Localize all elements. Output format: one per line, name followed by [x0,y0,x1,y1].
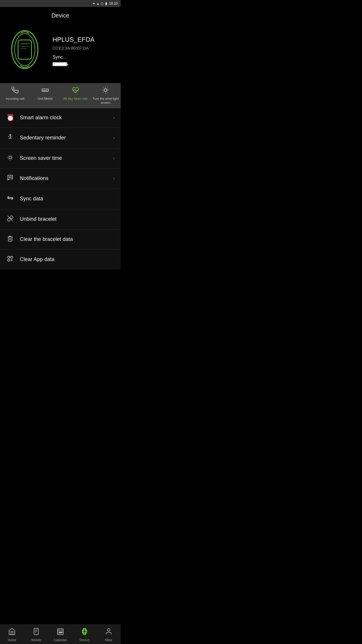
ruler-icon [42,87,49,95]
unbind-icon [6,215,15,223]
svg-point-31 [9,177,9,177]
menu-clear-app-label: Clear App data [20,256,115,262]
svg-point-21 [10,134,11,136]
alarm-icon: ⏰ [6,114,15,122]
svg-line-18 [103,92,103,92]
device-image [6,28,47,74]
menu-unbind-label: Unbind bracelet [20,216,115,222]
tab-unit-metric[interactable]: Unit:Metric [30,83,61,108]
menu-item-sedentary-reminder[interactable]: Sedentary reminder › [0,128,121,148]
chevron-icon-4: › [113,175,115,181]
svg-line-26 [12,159,12,159]
device-mac: C0:E3:3A:86:EF:DA [52,46,112,50]
chevron-icon: › [113,115,115,121]
device-info: HPLUS_EFDA C0:E3:3A:86:EF:DA Sync... [52,36,112,66]
svg-rect-40 [11,256,13,258]
time-display: 18:10 [109,1,118,6]
tab-wrist-light-label: Turn the wrist light screen [92,97,119,105]
svg-point-33 [11,177,12,177]
menu-item-notifications[interactable]: Notifications › [0,169,121,189]
wifi-icon: ▴ [97,1,99,6]
page-header: Device [0,7,121,22]
svg-point-1 [15,34,35,66]
tab-heart-rate-label: All day heart rate [63,97,87,101]
menu-item-clear-bracelet[interactable]: Clear the bracelet data [0,230,121,250]
status-bar: ⚭ ▴ ◻ ▮ 18:10 [0,0,121,7]
tab-heart-rate[interactable]: All day heart rate [60,83,91,108]
feature-tab-bar: incoming call Unit:Metric [0,83,121,108]
tab-incoming-call[interactable]: incoming call [0,83,30,108]
svg-rect-41 [8,259,10,261]
svg-line-19 [108,88,108,88]
signal-icon: ◻ [101,1,103,6]
menu-clear-bracelet-label: Clear the bracelet data [20,236,115,242]
svg-rect-2 [18,40,31,59]
phone-icon [12,87,19,95]
menu-item-clear-app-data[interactable]: Clear App data [0,250,121,270]
svg-text:</>: </> [105,89,108,91]
menu-smart-alarm-label: Smart alarm clock [20,115,108,121]
menu-list: ⏰ Smart alarm clock › Sedentary reminder… [0,108,121,270]
sedentary-icon [6,134,15,142]
menu-item-unbind-bracelet[interactable]: Unbind bracelet [0,209,121,230]
menu-item-screen-saver[interactable]: Screen saver time › [0,148,121,169]
screen-saver-icon [6,154,15,162]
tab-unit-metric-label: Unit:Metric [38,97,53,101]
page-title: Device [51,12,69,19]
device-name: HPLUS_EFDA [52,36,112,43]
clear-app-icon [6,256,15,264]
device-section: HPLUS_EFDA C0:E3:3A:86:EF:DA Sync... [0,22,121,83]
chevron-icon-2: › [113,135,115,141]
trash-icon [6,235,15,244]
svg-point-22 [9,156,11,159]
svg-line-14 [103,88,103,88]
menu-sync-data-label: Sync data [20,196,115,202]
menu-notifications-label: Notifications [20,175,108,181]
wrist-icon: </> [102,87,109,95]
sync-icon [6,195,15,203]
svg-line-15 [108,92,108,92]
svg-line-29 [8,159,8,159]
menu-item-sync-data[interactable]: Sync data [0,189,121,209]
menu-item-smart-alarm[interactable]: ⏰ Smart alarm clock › [0,108,121,128]
battery-icon: ▮ [105,1,107,6]
svg-point-0 [12,31,38,69]
heart-rate-icon [72,87,79,95]
svg-point-32 [10,177,10,177]
tab-wrist-light[interactable]: </> Turn the wrist light screen [91,83,121,108]
bluetooth-icon: ⚭ [92,1,95,6]
chevron-icon-3: › [113,155,115,161]
menu-screen-saver-label: Screen saver time [20,155,108,161]
svg-rect-39 [8,256,10,258]
svg-line-30 [12,155,12,155]
tab-incoming-call-label: incoming call [6,97,24,101]
svg-line-25 [8,155,8,155]
notifications-icon [6,174,15,183]
battery-indicator [52,62,67,66]
sync-status: Sync... [52,55,112,60]
menu-sedentary-label: Sedentary reminder [20,135,108,141]
